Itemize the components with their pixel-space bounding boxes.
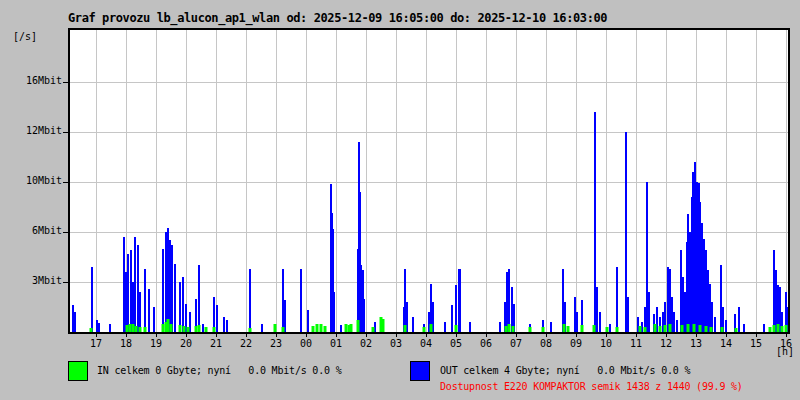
x-tick-mark: [726, 334, 727, 337]
traffic-bar: [430, 324, 433, 332]
traffic-bar: [423, 327, 426, 332]
traffic-bar: [644, 327, 647, 332]
traffic-bar: [312, 326, 315, 332]
x-tick-label: 01: [324, 338, 348, 349]
x-tick-mark: [666, 334, 667, 337]
traffic-bar: [667, 267, 669, 332]
traffic-bar: [169, 240, 171, 332]
traffic-bar: [148, 289, 150, 332]
traffic-bar: [179, 325, 182, 332]
traffic-bar: [98, 323, 100, 332]
traffic-bar: [174, 264, 176, 332]
traffic-bar: [125, 272, 127, 332]
availability-note: Dostupnost E220 KOMPAKTOR semik 1438 z 1…: [440, 381, 743, 392]
traffic-bar: [74, 312, 76, 332]
traffic-bar: [144, 327, 147, 332]
x-tick-mark: [756, 334, 757, 337]
x-tick-label: 21: [204, 338, 228, 349]
traffic-bar: [689, 232, 691, 332]
traffic-bar: [282, 269, 284, 332]
traffic-bar: [687, 324, 690, 332]
y-axis-unit-label: [/s]: [13, 31, 37, 42]
in-legend-label: IN celkem 0 Gbyte; nyní 0.0 Mbit/s 0.0 %: [97, 365, 341, 376]
traffic-bar: [576, 312, 578, 332]
traffic-bar: [692, 172, 694, 332]
traffic-bar: [721, 327, 724, 332]
traffic-bar: [599, 312, 601, 332]
traffic-bar: [139, 327, 142, 332]
traffic-bar: [213, 327, 216, 332]
traffic-bar: [699, 325, 702, 332]
traffic-bar: [773, 325, 776, 332]
traffic-bar: [249, 328, 252, 332]
x-tick-label: 05: [444, 338, 468, 349]
traffic-bar: [646, 182, 648, 332]
traffic-bar: [153, 307, 155, 332]
x-tick-label: 23: [264, 338, 288, 349]
out-legend-label: OUT celkem 4 Gbyte; nyní 0.0 Mbit/s 0.0 …: [440, 365, 690, 376]
traffic-bar: [127, 254, 129, 332]
traffic-bar: [529, 327, 532, 332]
x-tick-mark: [636, 334, 637, 337]
y-tick-mark: [63, 132, 68, 133]
traffic-bar: [705, 326, 708, 332]
traffic-bar: [616, 267, 618, 332]
traffic-bar: [144, 269, 146, 332]
x-tick-mark: [126, 334, 127, 337]
traffic-bar: [333, 292, 335, 332]
traffic-bar: [137, 245, 139, 332]
traffic-bar: [709, 284, 711, 332]
traffic-bar: [72, 305, 74, 332]
traffic-bar: [91, 267, 93, 332]
x-tick-label: 15: [744, 338, 768, 349]
traffic-bar: [681, 325, 684, 332]
x-tick-label: 10: [594, 338, 618, 349]
x-axis-unit-label: [h]: [770, 346, 794, 357]
traffic-bar: [300, 269, 302, 332]
traffic-bar: [505, 326, 508, 332]
traffic-bar: [213, 297, 215, 332]
traffic-bar: [345, 324, 348, 332]
traffic-bar: [459, 269, 461, 332]
traffic-bar: [687, 214, 689, 332]
traffic-bar: [785, 325, 788, 332]
traffic-bar: [648, 292, 650, 332]
x-tick-mark: [576, 334, 577, 337]
traffic-bar: [673, 312, 675, 332]
traffic-bar: [170, 324, 173, 332]
traffic-bar: [769, 327, 772, 332]
traffic-bar: [187, 327, 190, 332]
traffic-bar: [455, 325, 458, 332]
traffic-plot: [68, 28, 790, 334]
traffic-bar: [725, 320, 727, 332]
x-tick-mark: [426, 334, 427, 337]
traffic-bar: [699, 202, 701, 332]
x-tick-label: 06: [474, 338, 498, 349]
y-tick-mark: [63, 232, 68, 233]
traffic-bar: [182, 277, 184, 332]
traffic-bar: [96, 320, 98, 332]
traffic-bar: [499, 322, 501, 332]
x-tick-mark: [786, 334, 787, 337]
traffic-bar: [705, 250, 707, 332]
traffic-bar: [165, 232, 167, 332]
traffic-bar: [512, 326, 515, 332]
traffic-bar: [324, 326, 327, 332]
traffic-bar: [350, 324, 353, 332]
x-tick-label: 07: [504, 338, 528, 349]
traffic-bar: [360, 265, 362, 332]
traffic-bar: [363, 299, 365, 332]
y-tick-label: 3Mbit: [6, 275, 62, 286]
traffic-bar: [581, 325, 584, 332]
x-tick-mark: [456, 334, 457, 337]
traffic-bar: [223, 317, 225, 332]
x-tick-label: 19: [144, 338, 168, 349]
x-tick-mark: [156, 334, 157, 337]
traffic-bar: [574, 297, 576, 332]
traffic-bar: [511, 287, 513, 332]
traffic-bar: [735, 328, 738, 332]
traffic-bar: [282, 327, 285, 332]
x-tick-label: 18: [114, 338, 138, 349]
traffic-bar: [606, 327, 609, 332]
traffic-bar: [639, 326, 642, 332]
